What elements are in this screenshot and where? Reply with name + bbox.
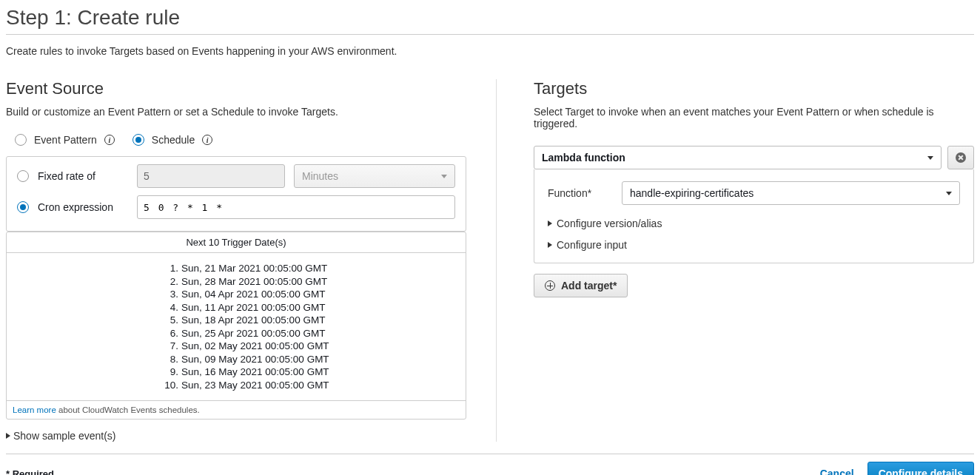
close-icon <box>956 152 966 163</box>
divider <box>6 454 974 454</box>
chevron-right-icon <box>548 242 552 248</box>
fixed-rate-unit-select[interactable]: Minutes <box>294 164 455 188</box>
page-title: Step 1: Create rule <box>6 6 974 35</box>
configure-version-alias[interactable]: Configure version/alias <box>548 218 662 229</box>
configure-input[interactable]: Configure input <box>548 239 627 251</box>
cron-input[interactable] <box>137 195 455 219</box>
radio-icon <box>132 134 144 146</box>
required-note: * Required <box>6 468 54 475</box>
schedule-footer: Learn more about CloudWatch Events sched… <box>7 400 466 419</box>
schedule-radio[interactable]: Schedule i <box>132 134 212 146</box>
trigger-item: 6.Sun, 25 Apr 2021 00:05:00 GMT <box>7 327 466 340</box>
targets-desc: Select Target to invoke when an event ma… <box>534 106 974 129</box>
target-config-panel: Function* handle-expiring-certificates C… <box>534 169 974 263</box>
fixed-rate-label: Fixed rate of <box>38 170 95 182</box>
show-sample-events[interactable]: Show sample event(s) <box>6 430 116 442</box>
learn-more-link[interactable]: Learn more <box>13 405 56 414</box>
trigger-item: 5.Sun, 18 Apr 2021 00:05:00 GMT <box>7 314 466 327</box>
cron-label: Cron expression <box>38 201 113 213</box>
radio-icon <box>15 134 27 146</box>
event-source-section: Event Source Build or customize an Event… <box>6 79 497 442</box>
targets-section: Targets Select Target to invoke when an … <box>497 79 974 442</box>
chevron-right-icon <box>548 220 552 226</box>
fixed-rate-input[interactable] <box>137 164 285 188</box>
target-type-select[interactable]: Lambda function <box>534 146 942 169</box>
trigger-item: 10.Sun, 23 May 2021 00:05:00 GMT <box>7 379 466 392</box>
chevron-down-icon <box>927 156 933 160</box>
cron-radio[interactable] <box>17 201 29 213</box>
chevron-down-icon <box>441 175 447 178</box>
function-label: Function* <box>548 187 607 199</box>
intro-text: Create rules to invoke Targets based on … <box>6 45 974 57</box>
event-source-desc: Build or customize an Event Pattern or s… <box>6 106 466 118</box>
cancel-button[interactable]: Cancel <box>820 468 854 475</box>
chevron-right-icon <box>6 433 10 439</box>
trigger-list-box: Next 10 Trigger Date(s) 1.Sun, 21 Mar 20… <box>6 232 466 420</box>
schedule-box: Fixed rate of Minutes Cron expression <box>6 156 466 232</box>
add-target-button[interactable]: Add target* <box>534 274 628 297</box>
trigger-item: 4.Sun, 11 Apr 2021 00:05:00 GMT <box>7 301 466 314</box>
chevron-down-icon <box>946 192 952 195</box>
trigger-item: 2.Sun, 28 Mar 2021 00:05:00 GMT <box>7 275 466 289</box>
configure-details-button[interactable]: Configure details <box>867 462 974 475</box>
event-pattern-radio[interactable]: Event Pattern i <box>15 134 115 146</box>
footer: * Required Cancel Configure details <box>6 462 974 475</box>
fixed-rate-radio[interactable] <box>17 170 29 182</box>
trigger-item: 7.Sun, 02 May 2021 00:05:00 GMT <box>7 340 466 353</box>
trigger-list: 1.Sun, 21 Mar 2021 00:05:00 GMT2.Sun, 28… <box>7 262 466 391</box>
targets-heading: Targets <box>534 79 974 98</box>
remove-target-button[interactable] <box>947 146 974 169</box>
trigger-item: 8.Sun, 09 May 2021 00:05:00 GMT <box>7 353 466 366</box>
trigger-item: 3.Sun, 04 Apr 2021 00:05:00 GMT <box>7 288 466 301</box>
event-source-heading: Event Source <box>6 79 466 98</box>
trigger-item: 1.Sun, 21 Mar 2021 00:05:00 GMT <box>7 262 466 275</box>
info-icon[interactable]: i <box>202 135 212 145</box>
trigger-list-header: Next 10 Trigger Date(s) <box>7 232 466 253</box>
info-icon[interactable]: i <box>104 135 115 145</box>
plus-icon <box>545 280 555 291</box>
trigger-item: 9.Sun, 16 May 2021 00:05:00 GMT <box>7 365 466 379</box>
function-select[interactable]: handle-expiring-certificates <box>622 181 960 205</box>
